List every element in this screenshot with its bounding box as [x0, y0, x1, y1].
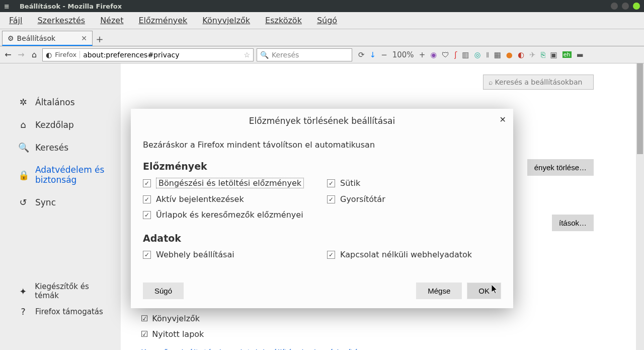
tab-title: Beállítások — [17, 34, 56, 42]
zoom-out-icon[interactable]: − — [381, 50, 387, 59]
ok-button[interactable]: OK — [467, 283, 501, 299]
bookmark-star-icon[interactable]: ☆ — [244, 51, 250, 59]
ext-icon-1[interactable]: ◉ — [430, 50, 437, 59]
ext-icon-9[interactable]: ◐ — [518, 50, 524, 59]
ext-icon-8[interactable]: ● — [506, 50, 513, 59]
checkbox-icon: ✓ — [143, 211, 151, 219]
search-icon: 🔍 — [260, 51, 269, 59]
menu-view[interactable]: Nézet — [94, 14, 129, 27]
checkbox-cache[interactable]: ✓ Gyorsítótár — [327, 194, 501, 204]
history-heading: Előzmények — [143, 161, 501, 172]
os-titlebar: ≡ Beállítások - Mozilla Firefox — [0, 0, 644, 12]
search-placeholder: Keresés — [272, 51, 299, 59]
back-button[interactable]: ← — [3, 50, 13, 59]
window-close[interactable] — [633, 3, 640, 10]
modal-overlay: Előzmények törlésének beállításai ✕ Bezá… — [0, 63, 644, 350]
checkbox-icon: ✓ — [143, 179, 151, 187]
checkbox-icon: ✓ — [143, 195, 151, 203]
close-icon[interactable]: ✕ — [500, 115, 506, 124]
app-menu-icon[interactable]: ≡ — [4, 3, 10, 10]
checkbox-icon: ✓ — [143, 251, 151, 259]
ext-icon-11[interactable]: ⎘ — [541, 50, 545, 59]
window-title: Beállítások - Mozilla Firefox — [20, 3, 122, 10]
menu-edit[interactable]: Szerkesztés — [31, 14, 91, 27]
tabbar: ⚙ Beállítások ✕ + — [0, 29, 644, 46]
menu-help[interactable]: Súgó — [311, 14, 343, 27]
data-heading: Adatok — [143, 233, 501, 244]
menu-history[interactable]: Előzmények — [132, 14, 193, 27]
ext-icon-4[interactable]: ▥ — [462, 50, 469, 59]
firefox-identity-icon: ◐ — [46, 51, 52, 59]
gear-icon: ⚙ — [8, 34, 14, 42]
dialog-intro: Bezáráskor a Firefox mindent távolítson … — [143, 140, 501, 150]
ext-icon-14[interactable]: ▬ — [577, 50, 584, 59]
checkbox-icon: ✓ — [327, 179, 335, 187]
tab-settings[interactable]: ⚙ Beállítások ✕ — [2, 31, 93, 46]
checkbox-offline[interactable]: ✓ Kapcsolat nélküli webhelyadatok — [327, 250, 501, 259]
menubar: Fájl Szerkesztés Nézet Előzmények Könyvj… — [0, 12, 644, 29]
toolbar-icons: ⟳ ↓ − 100% + ◉ 🛡 ʃ ▥ ◎ ⦀ ▦ ● ◐ ✈ ⎘ ▣ eh … — [358, 50, 584, 59]
new-tab-button[interactable]: + — [93, 32, 107, 46]
zoom-in-icon[interactable]: + — [419, 50, 426, 59]
checkbox-icon: ✓ — [327, 251, 335, 259]
ext-icon-7[interactable]: ▦ — [494, 50, 501, 59]
help-button[interactable]: Súgó — [143, 283, 184, 299]
checkbox-browsing[interactable]: ✓ Böngészési és letöltési előzmények — [143, 178, 317, 188]
ext-icon-13[interactable]: eh — [562, 51, 572, 58]
identity-label: Firefox — [55, 51, 80, 58]
ext-icon-12[interactable]: ▣ — [550, 50, 557, 59]
cancel-button[interactable]: Mégse — [416, 283, 462, 299]
menu-file[interactable]: Fájl — [3, 14, 28, 27]
url-bar[interactable]: ◐ Firefox about:preferences#privacy ☆ — [42, 48, 254, 61]
ext-icon-5[interactable]: ◎ — [474, 50, 481, 59]
ext-icon-10[interactable]: ✈ — [529, 50, 536, 59]
menu-bookmarks[interactable]: Könyvjelzők — [196, 14, 256, 27]
forward-button[interactable]: → — [16, 50, 26, 59]
window-minimize[interactable] — [611, 3, 618, 10]
clear-history-dialog: Előzmények törlésének beállításai ✕ Bezá… — [131, 109, 513, 308]
checkbox-logins[interactable]: ✓ Aktív bejelentkezések — [143, 194, 317, 204]
url-text: about:preferences#privacy — [83, 51, 240, 59]
ext-icon-6[interactable]: ⦀ — [486, 50, 489, 59]
download-icon[interactable]: ↓ — [370, 50, 376, 59]
home-button[interactable]: ⌂ — [29, 50, 39, 59]
checkbox-site-settings[interactable]: ✓ Webhely beállításai — [143, 250, 317, 259]
zoom-level[interactable]: 100% — [392, 50, 414, 59]
dialog-title: Előzmények törlésének beállításai ✕ — [131, 109, 513, 133]
menu-tools[interactable]: Eszközök — [259, 14, 308, 27]
search-bar[interactable]: 🔍 Keresés — [257, 48, 352, 61]
ext-icon-3[interactable]: ʃ — [454, 50, 457, 59]
ext-icon-2[interactable]: 🛡 — [442, 50, 449, 59]
checkbox-forms[interactable]: ✓ Űrlapok és keresőmezők előzményei — [143, 210, 501, 220]
window-maximize[interactable] — [622, 3, 629, 10]
navbar: ← → ⌂ ◐ Firefox about:preferences#privac… — [0, 46, 644, 63]
checkbox-cookies[interactable]: ✓ Sütik — [327, 178, 501, 188]
reload-icon[interactable]: ⟳ — [358, 50, 365, 59]
close-tab-icon[interactable]: ✕ — [81, 34, 87, 42]
checkbox-icon: ✓ — [327, 195, 335, 203]
